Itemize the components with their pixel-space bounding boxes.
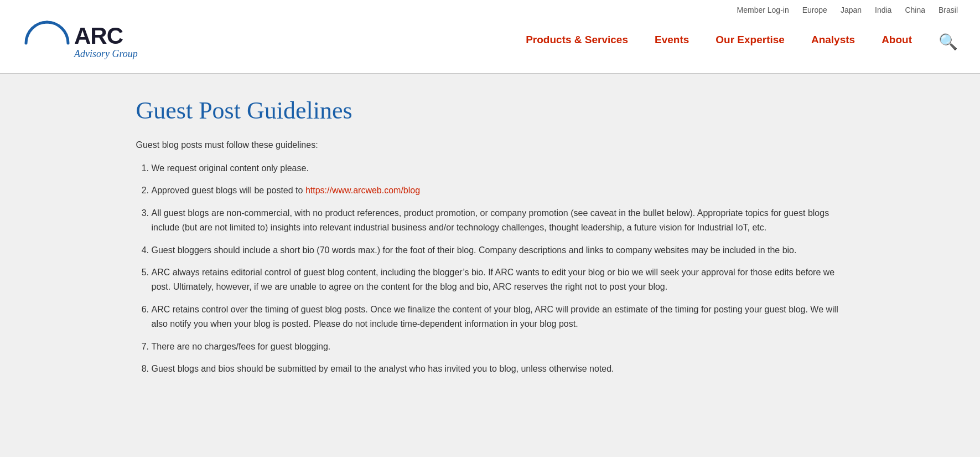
logo-text-group: ARC Advisory Group	[74, 23, 138, 60]
guideline-item-5: ARC always retains editorial control of …	[152, 265, 844, 295]
search-icon: 🔍	[938, 33, 958, 51]
guideline-item-2: Approved guest blogs will be posted to h…	[152, 183, 844, 198]
guideline-text-6: ARC retains control over the timing of g…	[152, 305, 838, 328]
guideline-item-6: ARC retains control over the timing of g…	[152, 302, 844, 332]
japan-link[interactable]: Japan	[841, 6, 862, 14]
intro-paragraph: Guest blog posts must follow these guide…	[136, 140, 844, 150]
guideline-text-5: ARC always retains editorial control of …	[152, 268, 835, 291]
europe-link[interactable]: Europe	[802, 6, 827, 14]
header: Member Log-in Europe Japan India China B…	[0, 0, 980, 74]
logo-arc-text: ARC	[74, 23, 138, 49]
search-button[interactable]: 🔍	[938, 33, 958, 51]
logo-advisory-text: Advisory Group	[74, 49, 138, 60]
arcweb-blog-link[interactable]: https://www.arcweb.com/blog	[305, 186, 420, 195]
guideline-item-4: Guest bloggers should include a short bi…	[152, 243, 844, 258]
nav-analysts[interactable]: Analysts	[811, 34, 855, 49]
guidelines-list: We request original content only please.…	[136, 161, 844, 376]
nav-our-expertise[interactable]: Our Expertise	[715, 34, 785, 49]
guideline-text-1: We request original content only please.	[152, 163, 309, 173]
nav-products-services[interactable]: Products & Services	[526, 34, 628, 49]
india-link[interactable]: India	[875, 6, 891, 14]
brasil-link[interactable]: Brasil	[938, 6, 958, 14]
china-link[interactable]: China	[905, 6, 925, 14]
guideline-item-7: There are no charges/fees for guest blog…	[152, 340, 844, 354]
page-title: Guest Post Guidelines	[136, 96, 844, 125]
main-content: Guest Post Guidelines Guest blog posts m…	[103, 74, 878, 417]
guideline-text-2-before: Approved guest blogs will be posted to	[152, 186, 305, 195]
header-main-row: ARC Advisory Group Products & Services E…	[22, 17, 958, 73]
guideline-item-3: All guest blogs are non-commercial, with…	[152, 206, 844, 235]
guideline-item-8: Guest blogs and bios should be submitted…	[152, 362, 844, 376]
nav-about[interactable]: About	[882, 34, 912, 49]
logo-icon	[22, 17, 72, 66]
member-login-link[interactable]: Member Log-in	[737, 6, 789, 14]
guideline-item-1: We request original content only please.	[152, 161, 844, 176]
logo[interactable]: ARC Advisory Group	[22, 17, 138, 66]
main-nav: Products & Services Events Our Expertise…	[526, 33, 958, 51]
nav-events[interactable]: Events	[655, 34, 689, 49]
guideline-text-8: Guest blogs and bios should be submitted…	[152, 364, 614, 373]
guideline-text-3: All guest blogs are non-commercial, with…	[152, 208, 829, 232]
header-top-bar: Member Log-in Europe Japan India China B…	[22, 0, 958, 17]
guideline-text-4: Guest bloggers should include a short bi…	[152, 245, 797, 255]
guideline-text-7: There are no charges/fees for guest blog…	[152, 342, 331, 351]
